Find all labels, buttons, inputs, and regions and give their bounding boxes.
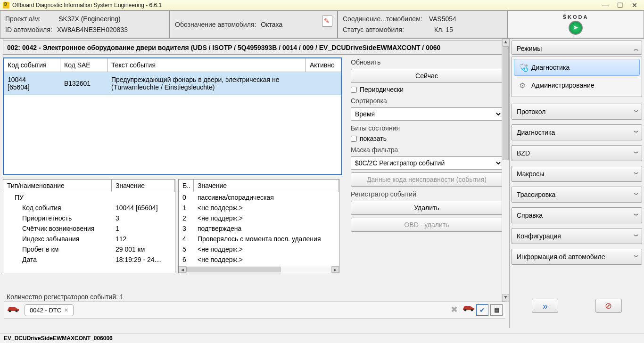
col-active[interactable]: Активно [306, 58, 341, 72]
project-box: Проект а/м:SK37X (Engineering) ID автомо… [0, 10, 170, 38]
window-title: Offboard Diagnostic Information System E… [12, 2, 602, 8]
forward-button[interactable]: » [532, 299, 558, 313]
update-label: Обновить [351, 58, 503, 66]
forward-icon: » [543, 301, 548, 311]
details-side-controls [342, 179, 506, 273]
d1-h1[interactable]: Тип/наименование [3, 180, 112, 192]
chevron-down-icon: ︾ [634, 171, 637, 178]
periodic-checkbox[interactable]: Периодически [351, 86, 503, 93]
scroll-left-icon[interactable]: ◄ [179, 266, 186, 273]
modes-label: Режимы [517, 45, 542, 52]
vehicle-id-label: ID автомобиля: [5, 26, 52, 33]
chevron-down-icon: ︾ [634, 212, 637, 219]
scroll-thumb[interactable] [186, 267, 281, 272]
designation-label: Обозначение автомобиля: [175, 21, 256, 28]
cancel-button[interactable]: ⊘ [595, 299, 622, 313]
car-tool-icon[interactable] [462, 304, 474, 316]
main-area: 002: 0042 - Электронное оборудование две… [0, 39, 644, 328]
right-footer: » ⊘ [512, 295, 642, 326]
brand-badge-icon [569, 21, 583, 35]
chevron-down-icon: ︾ [634, 253, 637, 261]
close-button[interactable]: ✕ [632, 1, 637, 9]
dtc-tab-label: 0042 - DTC [30, 307, 61, 314]
title-bar: Offboard Diagnostic Information System E… [0, 0, 644, 10]
h-scrollbar[interactable]: ◄ ► [179, 266, 339, 273]
sort-select[interactable]: Время [351, 107, 503, 121]
exp-trace[interactable]: Трассировка︾ [512, 187, 642, 203]
close-tab-icon[interactable]: ✕ [64, 307, 68, 313]
calendar-tool-icon[interactable]: ▦ [490, 304, 503, 316]
chevron-up-icon: ︽ [634, 45, 637, 52]
event-row[interactable]: 10044 [65604] B132601 Предупреждающий фо… [4, 72, 341, 95]
event-controls: Обновить Сейчас Периодически Сортировка … [342, 57, 506, 175]
vehicle-id-value: XW8AB4NE3EH020833 [57, 26, 128, 33]
app-icon [3, 2, 9, 8]
scroll-down-icon[interactable]: ▼ [502, 294, 509, 302]
filtermask-select[interactable]: $0C/2C Регистратор событий [351, 156, 503, 170]
module-title: 002: 0042 - Электронное оборудование две… [3, 41, 506, 55]
scroll-right-icon[interactable]: ► [331, 266, 339, 273]
exp-help[interactable]: Справка︾ [512, 207, 642, 223]
detail-table-left[interactable]: Тип/наименование Значение ПУ Код события… [3, 179, 175, 273]
wrench-icon[interactable]: ✖ [448, 304, 460, 316]
exp-config[interactable]: Конфигурация︾ [512, 228, 642, 244]
header-panel: Проект а/м:SK37X (Engineering) ID автомо… [0, 10, 644, 39]
exp-vehicle-info[interactable]: Информация об автомобиле︾ [512, 249, 642, 265]
left-pane: 002: 0042 - Электронное оборудование две… [0, 39, 509, 328]
d2-h1[interactable]: Б.. [179, 180, 194, 192]
detail-table-right[interactable]: Б.. Значение 0пассивна/спорадическая 1<н… [178, 179, 339, 273]
minimize-button[interactable]: — [602, 1, 609, 9]
connection-label: Соединение...томобилем: [343, 15, 422, 23]
chevron-down-icon: ︾ [634, 129, 637, 136]
exp-bzd[interactable]: BZD︾ [512, 145, 642, 161]
project-label: Проект а/м: [5, 15, 41, 23]
svg-point-3 [471, 309, 473, 311]
events-header: Код события Код SAE Текст события Активн… [4, 58, 341, 72]
status-bar: EV_DCUDriveSideEWMAXCONT_006006 [0, 334, 644, 343]
d2-h2[interactable]: Значение [194, 180, 339, 192]
car-icon[interactable] [7, 305, 21, 315]
check-tool-icon[interactable]: ✔ [476, 304, 488, 316]
periodic-input[interactable] [351, 87, 357, 93]
scroll-up-icon[interactable]: ▲ [502, 39, 509, 46]
brand-name: ŠKODA [563, 14, 589, 20]
mode-admin[interactable]: ⚙ Администрирование [514, 77, 640, 94]
v-scrollbar[interactable]: ▲ ▼ [502, 39, 509, 302]
exp-protocol[interactable]: Протокол︾ [512, 104, 642, 120]
chevron-down-icon: ︾ [634, 150, 637, 157]
show-input[interactable] [351, 136, 357, 142]
events-table[interactable]: Код события Код SAE Текст события Активн… [3, 57, 342, 175]
statusbits-label: Биты состояния [351, 124, 503, 132]
details-zone: Тип/наименование Значение ПУ Код события… [3, 179, 506, 273]
filtermask-label: Маска фильтра [351, 146, 503, 154]
d1-h2[interactable]: Значение [112, 180, 175, 192]
exp-diagnostics[interactable]: Диагностика︾ [512, 124, 642, 140]
mode-diagnostics[interactable]: 🩺 Диагностика [514, 59, 640, 76]
modes-list: 🩺 Диагностика ⚙ Администрирование [512, 57, 642, 97]
svg-point-2 [464, 309, 467, 311]
status-text: EV_DCUDriveSideEWMAXCONT_006006 [4, 335, 113, 342]
bottom-bar: 0042 - DTC ✕ ✖ ✔ ▦ [4, 302, 505, 318]
dtc-tab[interactable]: 0042 - DTC ✕ [25, 304, 74, 316]
event-sae: B132601 [60, 72, 107, 95]
modes-header[interactable]: Режимы ︽ [512, 41, 642, 55]
maximize-button[interactable]: ☐ [617, 1, 623, 9]
event-text: Предупреждающий фонарь в двери, электрич… [107, 72, 306, 95]
exp-macros[interactable]: Макросы︾ [512, 166, 642, 182]
window-controls: — ☐ ✕ [602, 1, 637, 9]
cancel-icon: ⊘ [605, 301, 612, 311]
events-blank [4, 95, 341, 174]
svg-point-0 [9, 310, 11, 312]
right-pane: Режимы ︽ 🩺 Диагностика ⚙ Администрирован… [509, 39, 644, 328]
note-icon[interactable] [322, 16, 332, 27]
sort-label: Сортировка [351, 97, 503, 105]
chevron-down-icon: ︾ [634, 191, 637, 198]
stethoscope-icon: 🩺 [519, 63, 528, 72]
refresh-now-button[interactable]: Сейчас [351, 69, 503, 83]
connection-value: VAS5054 [429, 15, 456, 23]
show-checkbox[interactable]: показать [351, 135, 503, 142]
col-text[interactable]: Текст события [107, 58, 306, 72]
col-code[interactable]: Код события [4, 58, 60, 72]
col-sae[interactable]: Код SAE [60, 58, 107, 72]
v-scroll-thumb[interactable] [503, 46, 509, 160]
